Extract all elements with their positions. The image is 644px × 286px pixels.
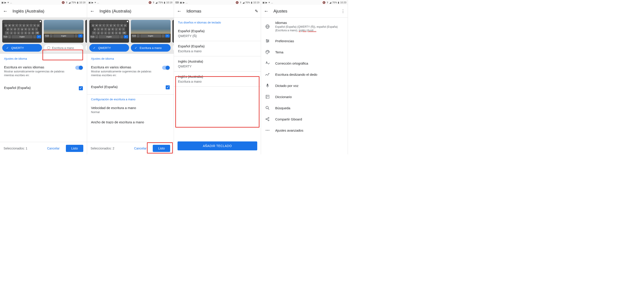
keyboard-layout-carousel[interactable]: qwertyuiop asdfghjkl ⇧zxcvbnm⌫ ?123,Engl… <box>87 18 174 54</box>
wifi-icon: ⥣ <box>66 1 68 4</box>
battery-pct: 75% <box>158 1 163 4</box>
keyboard-layout-carousel[interactable]: qwertyuiop asdfghjkl ⇧zxcvbnm⌫ ?123,Engl… <box>0 18 87 54</box>
language-item[interactable]: Inglés (Australia) QWERTY <box>174 56 261 71</box>
wifi-icon: ⥣ <box>326 1 328 4</box>
palette-icon <box>265 50 270 55</box>
notif-play-icon: ▶ <box>183 1 185 4</box>
keyboard-preview-handwriting: ?123,English.↵ <box>131 20 170 43</box>
layout-chip-next[interactable] <box>85 44 87 52</box>
status-bar: ⌨ ▣ ▶ ... 🔇 ⥣ ◢ 76% ▮ 10:19 <box>174 0 261 5</box>
mic-icon <box>265 83 270 88</box>
search-icon <box>265 105 270 110</box>
language-item[interactable]: Inglés (Australia) Escritura a mano <box>174 72 261 87</box>
language-layout: Escritura a mano <box>178 49 257 53</box>
layout-chip-qwerty[interactable]: ✓ QWERTY <box>2 44 42 52</box>
layout-chip-handwriting[interactable]: ✓ Escritura a mano <box>131 44 170 52</box>
layout-card-handwriting[interactable]: ?123,English.↵ Escritura a mano <box>44 20 84 52</box>
handwriting-speed-value: Normal <box>91 110 170 114</box>
layout-card-qwerty[interactable]: qwertyuiop asdfghjkl ⇧zxcvbnm⌫ ?123,Engl… <box>2 20 42 52</box>
notif-play-icon: ▶ <box>4 1 6 4</box>
panel-3-languages-list: ⌨ ▣ ▶ ... 🔇 ⥣ ◢ 76% ▮ 10:19 ← Idiomas ✎ … <box>174 0 261 154</box>
settings-item-dictionary[interactable]: Diccionario <box>261 91 348 102</box>
notif-more: ... <box>186 1 188 4</box>
spanish-checkbox[interactable]: ✓ <box>79 86 83 90</box>
battery-icon: ▮ <box>251 1 252 4</box>
notif-twitter-icon: ✶ <box>94 1 96 4</box>
chip-label: Escritura a mano <box>140 46 162 50</box>
done-button[interactable]: Listo <box>66 145 83 152</box>
clock: 10:18 <box>79 1 86 4</box>
check-icon: ✓ <box>5 46 10 50</box>
more-vert-icon[interactable]: ⋮ <box>341 9 345 14</box>
back-arrow-icon[interactable]: ← <box>177 8 182 14</box>
sliders-icon <box>265 39 270 43</box>
setting-multilingual-sub: Mostrar automáticamente sugerencias de p… <box>91 70 162 77</box>
svg-point-8 <box>266 42 268 43</box>
section-header-handwriting: Configuración de escritura a mano <box>91 98 170 101</box>
layout-card-next[interactable] <box>172 20 174 52</box>
languages-content: Tus diseños e idiomas de teclado Español… <box>174 18 261 154</box>
section-header-layouts: Tus diseños e idiomas de teclado <box>174 18 261 26</box>
edit-pencil-icon[interactable]: ✎ <box>255 9 258 14</box>
chip-label: QWERTY <box>11 46 24 50</box>
settings-item-search[interactable]: Búsqueda <box>261 102 348 114</box>
multilingual-toggle[interactable] <box>162 66 170 70</box>
svg-point-26 <box>266 130 266 131</box>
notif-image-icon: ▣ <box>262 1 264 4</box>
stroke-width-title: Ancho de trazo de escritura a mano <box>91 120 170 124</box>
signal-icon: ◢ <box>242 1 244 4</box>
notif-twitter-icon: ✶ <box>7 1 9 4</box>
language-layout: QWERTY <box>178 65 257 68</box>
done-button[interactable]: Listo <box>153 145 170 152</box>
settings-sub: Español (España) (QWERTY (Ñ)), español (… <box>275 25 344 32</box>
svg-point-12 <box>268 52 269 52</box>
spanish-checkbox[interactable]: ✓ <box>166 85 170 89</box>
language-name: Inglés (Australia) <box>178 60 257 63</box>
status-bar: ▣ ▶ ✶ ... 🔇 ⥣ ◢ 75% ▮ 10:18 <box>0 0 87 5</box>
keyboard-preview-partial <box>85 20 87 43</box>
app-bar: ← Idiomas ✎ <box>174 5 261 18</box>
handwriting-speed-row[interactable]: Velocidad de escritura a mano Normal <box>91 104 170 116</box>
notif-image-icon: ▣ <box>88 1 91 4</box>
layout-chip-next[interactable] <box>172 44 174 52</box>
language-name: Inglés (Australia) <box>178 75 257 78</box>
layout-chip-qwerty[interactable]: ✓ QWERTY <box>89 44 129 52</box>
layout-chip-handwriting[interactable]: Escritura a mano <box>44 44 84 52</box>
check-icon: ✓ <box>134 46 138 50</box>
mic-icon <box>127 21 128 22</box>
cancel-button[interactable]: Cancelar <box>44 145 62 152</box>
back-arrow-icon[interactable]: ← <box>264 8 269 14</box>
language-item[interactable]: Español (España) QWERTY (Ñ) <box>174 26 261 41</box>
settings-item-preferences[interactable]: Preferencias <box>261 35 348 47</box>
chip-label: Escritura a mano <box>52 46 74 50</box>
multilingual-toggle[interactable] <box>75 66 83 70</box>
layout-card-handwriting[interactable]: ?123,English.↵ ✓ Escritura a mano <box>131 20 170 52</box>
dots-icon <box>265 128 270 133</box>
settings-content: Ajustes de idioma Escritura en varios id… <box>0 54 87 142</box>
cancel-button[interactable]: Cancelar <box>131 145 149 152</box>
settings-title: Escritura deslizando el dedo <box>275 73 344 76</box>
globe-icon <box>265 24 270 29</box>
settings-item-advanced[interactable]: Ajustes avanzados <box>261 125 348 136</box>
settings-item-languages[interactable]: Idiomas Español (España) (QWERTY (Ñ)), e… <box>261 18 348 35</box>
settings-item-theme[interactable]: Tema <box>261 47 348 58</box>
language-item[interactable]: Español (España) Escritura a mano <box>174 41 261 56</box>
settings-item-spellcheck[interactable]: Corrección ortográfica <box>261 58 348 69</box>
add-keyboard-button[interactable]: AÑADIR TECLADO <box>178 141 257 150</box>
svg-line-24 <box>266 118 268 119</box>
back-arrow-icon[interactable]: ← <box>90 8 95 14</box>
notif-image-icon: ▣ <box>180 1 182 4</box>
highlighted-text: inglés (Austr… <box>299 29 316 32</box>
settings-title: Dictado por voz <box>275 84 344 88</box>
chip-label: QWERTY <box>98 46 111 50</box>
settings-item-glide[interactable]: Escritura deslizando el dedo <box>261 69 348 80</box>
stroke-width-row[interactable]: Ancho de trazo de escritura a mano <box>91 118 170 126</box>
layout-card-qwerty[interactable]: qwertyuiop asdfghjkl ⇧zxcvbnm⌫ ?123,Engl… <box>89 20 129 52</box>
svg-point-10 <box>267 51 267 51</box>
back-arrow-icon[interactable]: ← <box>3 8 8 14</box>
spellcheck-icon <box>265 61 270 66</box>
settings-item-share[interactable]: Compartir Gboard <box>261 114 348 125</box>
panel-1-keyboard-layout: ▣ ▶ ✶ ... 🔇 ⥣ ◢ 75% ▮ 10:18 ← Inglés (Au… <box>0 0 87 154</box>
layout-card-next[interactable] <box>85 20 87 52</box>
settings-item-voice[interactable]: Dictado por voz <box>261 80 348 91</box>
